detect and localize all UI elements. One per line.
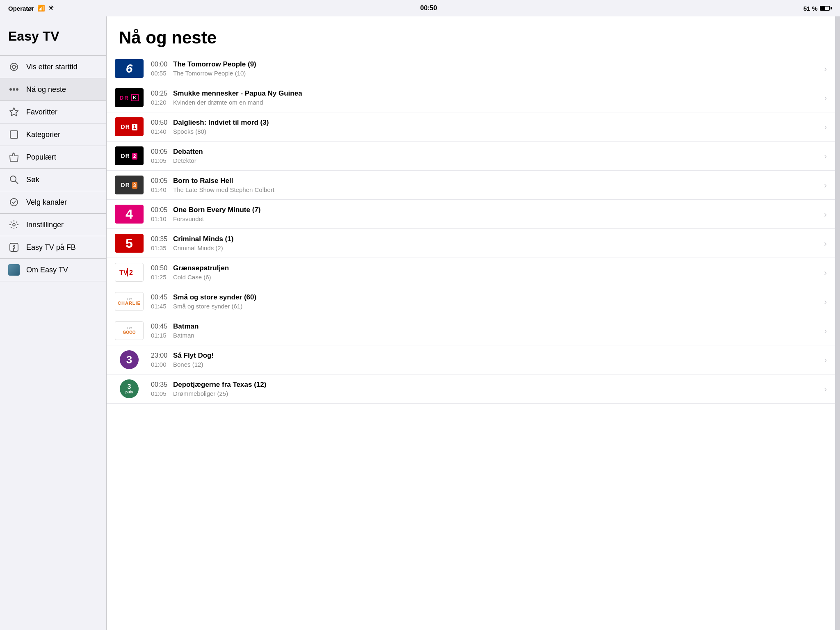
channel-logo-tv2-5: 5 (115, 234, 144, 253)
svg-line-12 (16, 181, 18, 184)
sidebar-icon-vis-etter-starttid (8, 61, 20, 73)
sidebar-label-favoritter: Favoritter (26, 108, 57, 116)
sidebar-label-populaert: Populært (26, 153, 56, 162)
channel-next-time-gomore: 01:15 (151, 332, 169, 339)
channel-logo-dr1: DR 1 (115, 117, 144, 136)
sidebar-item-innstillinger[interactable]: Innstillinger (0, 213, 106, 236)
sidebar-item-na-og-neste[interactable]: Nå og neste (0, 78, 106, 100)
chevron-right-icon: › (824, 268, 827, 277)
channel-info-3puls: 00:35Depotjægerne fra Texas (12)01:05Drø… (151, 381, 820, 397)
channel-logo-tv2main: TV2 (115, 263, 144, 282)
sidebar-label-easytv-fb: Easy TV på FB (26, 243, 76, 252)
channel-row-gomore[interactable]: TV/GOOO00:45Batman01:15Batman› (107, 316, 835, 345)
channel-logo-tv2-4: 4 (115, 205, 144, 224)
main-header: Nå og neste (107, 16, 835, 54)
channel-logo-drk: DR K (115, 88, 144, 107)
channel-next-time-tv2-4: 01:10 (151, 215, 169, 222)
chevron-right-icon: › (824, 297, 827, 306)
sidebar-icon-favoritter (8, 106, 20, 118)
channel-logo-kanal3: 3 (115, 350, 144, 369)
channel-row-dr1[interactable]: DR 100:50Dalgliesh: Indviet til mord (3)… (107, 112, 835, 142)
sidebar-item-vis-etter-starttid[interactable]: Vis etter starttid (0, 55, 106, 78)
chevron-right-icon: › (824, 210, 827, 219)
svg-rect-15 (10, 243, 18, 251)
sidebar-item-easytv-fb[interactable]: Easy TV på FB (0, 236, 106, 258)
channel-info-dr1: 00:50Dalgliesh: Indviet til mord (3)01:4… (151, 119, 820, 135)
status-time: 00:50 (420, 5, 437, 12)
channel-now-show-kanal6: The Tomorrow People (9) (173, 60, 256, 68)
channel-info-tv2main: 00:50Grænsepatruljen01:25Cold Case (6) (151, 264, 820, 281)
sidebar-item-om-easytv[interactable]: Om Easy TV (0, 258, 106, 281)
chevron-right-icon: › (824, 93, 827, 103)
channel-now-time-3puls: 00:35 (151, 381, 169, 388)
channel-row-3puls[interactable]: 3puls00:35Depotjægerne fra Texas (12)01:… (107, 374, 835, 404)
channel-info-gomore: 00:45Batman01:15Batman (151, 322, 820, 339)
channel-row-dr3[interactable]: DR 300:05Born to Raise Hell01:40The Late… (107, 171, 835, 200)
channel-now-time-drk: 00:25 (151, 90, 169, 97)
operator-label: Operatør (8, 5, 34, 12)
channel-row-dr2[interactable]: DR 200:05Debatten01:05Detektor› (107, 142, 835, 171)
channel-now-time-kanal3: 23:00 (151, 352, 169, 359)
channel-now-time-tv2-5: 00:35 (151, 235, 169, 243)
channel-next-show-kanal3: Bones (12) (173, 361, 203, 368)
channel-next-show-tv2main: Cold Case (6) (173, 274, 211, 281)
sidebar-icon-velg-kanaler (8, 196, 20, 208)
channel-next-show-gomore: Batman (173, 332, 194, 339)
channel-now-show-tv2main: Grænsepatruljen (173, 264, 229, 272)
channel-row-drk[interactable]: DR K00:25Smukke mennesker - Papua Ny Gui… (107, 83, 835, 112)
channel-row-charlie[interactable]: TV/CHARLIE00:45Små og store synder (60)0… (107, 287, 835, 316)
channel-now-time-kanal6: 00:00 (151, 61, 169, 68)
wifi-icon: 📶 (37, 5, 45, 12)
sidebar-label-sok: Søk (26, 176, 39, 184)
channel-next-time-tv2main: 01:25 (151, 274, 169, 281)
sidebar-label-om-easytv: Om Easy TV (26, 266, 68, 274)
svg-text:2: 2 (129, 269, 133, 276)
channel-next-show-drk: Kvinden der drømte om en mand (173, 99, 263, 106)
svg-point-6 (9, 88, 12, 91)
sidebar-item-velg-kanaler[interactable]: Velg kanaler (0, 191, 106, 213)
channel-next-time-kanal6: 00:55 (151, 70, 169, 77)
channel-info-tv2-4: 00:05One Born Every Minute (7)01:10Forsv… (151, 206, 820, 222)
channel-now-show-gomore: Batman (173, 322, 199, 331)
sidebar-label-vis-etter-starttid: Vis etter starttid (26, 63, 78, 71)
sidebar-icon-na-og-neste (8, 84, 20, 95)
channel-now-time-dr1: 00:50 (151, 119, 169, 126)
channel-next-show-charlie: Små og store synder (61) (173, 303, 242, 310)
channel-next-show-dr1: Spooks (80) (173, 128, 206, 135)
svg-marker-9 (10, 108, 18, 116)
channel-now-show-drk: Smukke mennesker - Papua Ny Guinea (173, 89, 302, 98)
channel-row-tv2-4[interactable]: 400:05One Born Every Minute (7)01:10Fors… (107, 200, 835, 229)
svg-text:TV: TV (119, 269, 128, 276)
channel-next-show-tv2-5: Criminal Minds (2) (173, 244, 223, 251)
channel-next-show-dr2: Detektor (173, 157, 196, 164)
sidebar-item-populaert[interactable]: Populært (0, 146, 106, 168)
channel-logo-dr2: DR 2 (115, 146, 144, 165)
chevron-right-icon: › (824, 355, 827, 365)
battery-percentage: 51 % (803, 5, 817, 12)
sidebar-icon-easytv-fb (8, 242, 20, 253)
battery-icon (820, 6, 832, 11)
channel-now-time-gomore: 00:45 (151, 323, 169, 330)
channel-now-show-dr2: Debatten (173, 148, 203, 156)
status-left: Operatør 📶 ✳ (8, 5, 54, 12)
channel-list[interactable]: 600:00The Tomorrow People (9)00:55The To… (107, 54, 835, 630)
sidebar-item-sok[interactable]: Søk (0, 168, 106, 191)
main-content: Nå og neste 600:00The Tomorrow People (9… (107, 16, 835, 630)
channel-logo-gomore: TV/GOOO (115, 321, 144, 340)
status-right: 51 % (803, 5, 832, 12)
channel-now-time-tv2main: 00:50 (151, 265, 169, 272)
channel-row-tv2main[interactable]: TV200:50Grænsepatruljen01:25Cold Case (6… (107, 258, 835, 287)
channel-now-show-dr3: Born to Raise Hell (173, 177, 233, 185)
chevron-right-icon: › (824, 239, 827, 248)
sidebar-item-kategorier[interactable]: Kategorier (0, 123, 106, 146)
channel-next-show-3puls: Drømmeboliger (25) (173, 390, 228, 397)
channel-info-kanal3: 23:00Så Flyt Dog!01:00Bones (12) (151, 352, 820, 368)
channel-row-kanal6[interactable]: 600:00The Tomorrow People (9)00:55The To… (107, 54, 835, 83)
channel-now-time-dr3: 00:05 (151, 177, 169, 185)
chevron-right-icon: › (824, 122, 827, 132)
channel-row-tv2-5[interactable]: 500:35Criminal Minds (1)01:35Criminal Mi… (107, 229, 835, 258)
channel-row-kanal3[interactable]: 323:00Så Flyt Dog!01:00Bones (12)› (107, 345, 835, 374)
page-title: Nå og neste (119, 28, 823, 48)
sidebar-item-favoritter[interactable]: Favoritter (0, 100, 106, 123)
sidebar: Easy TV Vis etter starttidNå og nesteFav… (0, 16, 107, 630)
